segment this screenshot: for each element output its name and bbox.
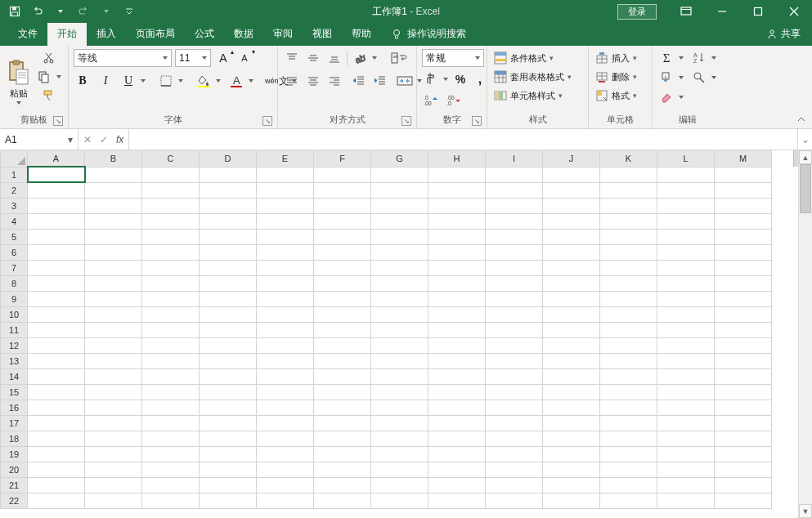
align-center-button[interactable] — [304, 72, 322, 90]
cell[interactable] — [543, 213, 600, 229]
cell[interactable] — [371, 337, 428, 353]
alignment-dialog-launcher[interactable]: ↘ — [402, 116, 411, 126]
expand-formula-bar[interactable]: ⌄ — [797, 129, 812, 150]
cell[interactable] — [657, 229, 715, 244]
cell[interactable] — [142, 431, 200, 446]
cell[interactable] — [28, 368, 85, 384]
cell[interactable] — [200, 167, 257, 182]
cell[interactable] — [371, 462, 428, 477]
column-header[interactable]: F — [314, 150, 371, 167]
cell[interactable] — [600, 462, 657, 477]
cell[interactable] — [657, 337, 715, 353]
cell[interactable] — [371, 384, 428, 400]
cell[interactable] — [428, 446, 486, 462]
cell[interactable] — [486, 322, 543, 337]
column-header[interactable]: M — [715, 150, 772, 167]
cell[interactable] — [28, 337, 85, 353]
cell[interactable] — [257, 431, 314, 446]
cell[interactable] — [371, 415, 428, 431]
number-format-combo[interactable]: 常规 — [422, 49, 484, 67]
cell[interactable] — [715, 167, 772, 182]
format-cells-button[interactable]: 格式▾ — [594, 87, 639, 105]
cell[interactable] — [657, 353, 715, 368]
vertical-scrollbar[interactable]: ▲ ▼ — [798, 150, 812, 518]
cell[interactable] — [314, 446, 371, 462]
cell[interactable] — [142, 198, 200, 213]
cell[interactable] — [715, 431, 772, 446]
cell[interactable] — [85, 493, 142, 508]
cell[interactable] — [715, 291, 772, 306]
collapse-ribbon-button[interactable] — [796, 114, 807, 125]
cell[interactable] — [200, 229, 257, 244]
spreadsheet-grid[interactable]: ABCDEFGHIJKLM 12345678910111213141516171… — [0, 150, 772, 509]
row-header[interactable]: 7 — [1, 260, 28, 275]
cell[interactable] — [142, 337, 200, 353]
tab-review[interactable]: 审阅 — [263, 23, 303, 46]
scroll-thumb[interactable] — [800, 164, 811, 213]
cell[interactable] — [371, 291, 428, 306]
column-header[interactable]: G — [371, 150, 428, 167]
cell[interactable] — [600, 322, 657, 337]
cell[interactable] — [543, 384, 600, 400]
insert-cells-button[interactable]: 插入▾ — [594, 49, 639, 67]
cell[interactable] — [142, 477, 200, 493]
cell[interactable] — [200, 368, 257, 384]
share-button[interactable]: 共享 — [766, 27, 801, 46]
clear-button[interactable] — [657, 88, 675, 106]
row-header[interactable]: 13 — [1, 353, 28, 368]
cell[interactable] — [715, 275, 772, 291]
cell[interactable] — [371, 244, 428, 260]
delete-cells-button[interactable]: 删除▾ — [594, 68, 639, 86]
cell[interactable] — [314, 477, 371, 493]
cell[interactable] — [428, 260, 486, 275]
cell[interactable] — [600, 275, 657, 291]
clear-dropdown[interactable] — [677, 96, 685, 99]
row-header[interactable]: 21 — [1, 477, 28, 493]
number-dialog-launcher[interactable]: ↘ — [472, 116, 482, 126]
cell[interactable] — [314, 368, 371, 384]
cell[interactable] — [200, 353, 257, 368]
cell[interactable] — [715, 462, 772, 477]
row-header[interactable]: 2 — [1, 182, 28, 198]
cell[interactable] — [85, 368, 142, 384]
cell[interactable] — [314, 213, 371, 229]
cell[interactable] — [715, 493, 772, 508]
cell[interactable] — [428, 431, 486, 446]
cell[interactable] — [657, 306, 715, 322]
underline-dropdown[interactable] — [139, 79, 147, 83]
cell[interactable] — [85, 306, 142, 322]
cell[interactable] — [371, 306, 428, 322]
cell[interactable] — [371, 353, 428, 368]
cell[interactable] — [600, 213, 657, 229]
cell[interactable] — [543, 306, 600, 322]
cell[interactable] — [314, 353, 371, 368]
cell[interactable] — [314, 400, 371, 415]
orientation-button[interactable]: ab — [351, 49, 369, 67]
cell[interactable] — [28, 322, 85, 337]
cell[interactable] — [428, 415, 486, 431]
cell[interactable] — [314, 337, 371, 353]
cell[interactable] — [314, 384, 371, 400]
cell[interactable] — [371, 167, 428, 182]
row-header[interactable]: 8 — [1, 275, 28, 291]
italic-button[interactable]: I — [96, 72, 114, 90]
cell[interactable] — [715, 477, 772, 493]
cell[interactable] — [486, 415, 543, 431]
fill-color-dropdown[interactable] — [214, 79, 222, 83]
select-all-corner[interactable] — [1, 150, 28, 167]
row-header[interactable]: 14 — [1, 368, 28, 384]
cell[interactable] — [428, 337, 486, 353]
minimize-button[interactable] — [704, 0, 740, 23]
cell[interactable] — [28, 213, 85, 229]
sort-filter-dropdown[interactable] — [710, 56, 718, 60]
increase-decimal-button[interactable]: .0.00 — [422, 92, 440, 109]
cell[interactable] — [543, 431, 600, 446]
cell[interactable] — [543, 182, 600, 198]
cell[interactable] — [715, 213, 772, 229]
cell[interactable] — [28, 415, 85, 431]
cell[interactable] — [543, 446, 600, 462]
tell-me-search[interactable]: 操作说明搜索 — [391, 27, 466, 46]
cell[interactable] — [600, 446, 657, 462]
cell[interactable] — [28, 477, 85, 493]
cell[interactable] — [28, 446, 85, 462]
